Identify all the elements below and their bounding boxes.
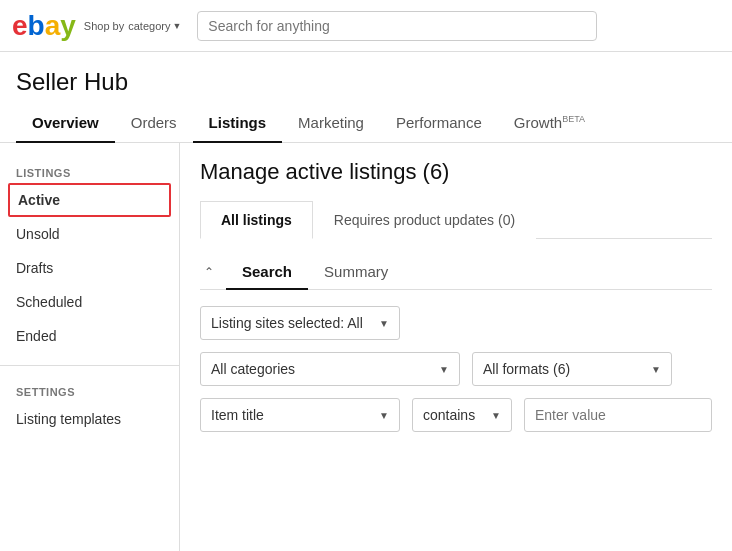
seller-hub-title: Seller Hub [0, 52, 732, 96]
main-content: Manage active listings (6) All listings … [180, 143, 732, 551]
header: ebay Shop by category ▼ [0, 0, 732, 52]
category-label: category [128, 20, 170, 32]
nav-item-overview[interactable]: Overview [16, 104, 115, 143]
item-title-label: Item title [211, 407, 264, 423]
formats-select[interactable]: All formats (6) ▼ [472, 352, 672, 386]
nav-item-listings[interactable]: Listings [193, 104, 283, 143]
categories-caret-icon: ▼ [439, 364, 449, 375]
search-bar[interactable] [197, 11, 597, 41]
sites-caret-icon: ▼ [379, 318, 389, 329]
sub-tab-summary[interactable]: Summary [308, 255, 404, 290]
beta-badge: BETA [562, 114, 585, 124]
filter-row-sites: Listing sites selected: All ▼ [200, 306, 712, 340]
collapse-button[interactable]: ⌃ [200, 261, 218, 283]
logo-area: ebay Shop by category ▼ [12, 12, 181, 40]
tab-bar: All listings Requires product updates (0… [200, 201, 712, 239]
main-nav: Overview Orders Listings Marketing Perfo… [0, 104, 732, 143]
filter-row-item-title: Item title ▼ contains ▼ [200, 398, 712, 432]
filter-row-categories: All categories ▼ All formats (6) ▼ [200, 352, 712, 386]
nav-item-orders[interactable]: Orders [115, 104, 193, 143]
sidebar-item-listing-templates[interactable]: Listing templates [0, 402, 179, 436]
sidebar-item-unsold[interactable]: Unsold [0, 217, 179, 251]
logo-y: y [60, 10, 76, 41]
sidebar-item-scheduled[interactable]: Scheduled [0, 285, 179, 319]
sidebar-item-drafts[interactable]: Drafts [0, 251, 179, 285]
logo-a: a [45, 10, 61, 41]
contains-label: contains [423, 407, 475, 423]
listings-section-label: LISTINGS [0, 159, 179, 183]
nav-item-growth[interactable]: GrowthBETA [498, 104, 601, 143]
tab-requires-updates[interactable]: Requires product updates (0) [313, 201, 536, 239]
sub-tab-search[interactable]: Search [226, 255, 308, 290]
listing-sites-label: Listing sites selected: All [211, 315, 363, 331]
shop-by-category[interactable]: Shop by category ▼ [84, 20, 182, 32]
sidebar: LISTINGS Active Unsold Drafts Scheduled … [0, 143, 180, 551]
contains-select[interactable]: contains ▼ [412, 398, 512, 432]
chevron-down-icon: ▼ [172, 21, 181, 31]
logo-b: b [28, 10, 45, 41]
value-input[interactable] [524, 398, 712, 432]
sidebar-divider [0, 365, 179, 366]
page-title: Manage active listings (6) [200, 159, 712, 185]
content-area: LISTINGS Active Unsold Drafts Scheduled … [0, 143, 732, 551]
categories-label: All categories [211, 361, 295, 377]
item-title-caret-icon: ▼ [379, 410, 389, 421]
formats-caret-icon: ▼ [651, 364, 661, 375]
formats-label: All formats (6) [483, 361, 570, 377]
item-title-select[interactable]: Item title ▼ [200, 398, 400, 432]
nav-item-performance[interactable]: Performance [380, 104, 498, 143]
search-input[interactable] [208, 18, 586, 34]
contains-caret-icon: ▼ [491, 410, 501, 421]
settings-section-label: SETTINGS [0, 378, 179, 402]
growth-label: Growth [514, 114, 562, 131]
shop-by-label: Shop by [84, 20, 124, 32]
ebay-logo: ebay [12, 12, 76, 40]
listing-sites-select[interactable]: Listing sites selected: All ▼ [200, 306, 400, 340]
nav-item-marketing[interactable]: Marketing [282, 104, 380, 143]
logo-e: e [12, 10, 28, 41]
sidebar-item-active[interactable]: Active [8, 183, 171, 217]
categories-select[interactable]: All categories ▼ [200, 352, 460, 386]
tab-all-listings[interactable]: All listings [200, 201, 313, 239]
sidebar-item-ended[interactable]: Ended [0, 319, 179, 353]
sub-tab-bar: ⌃ Search Summary [200, 255, 712, 290]
